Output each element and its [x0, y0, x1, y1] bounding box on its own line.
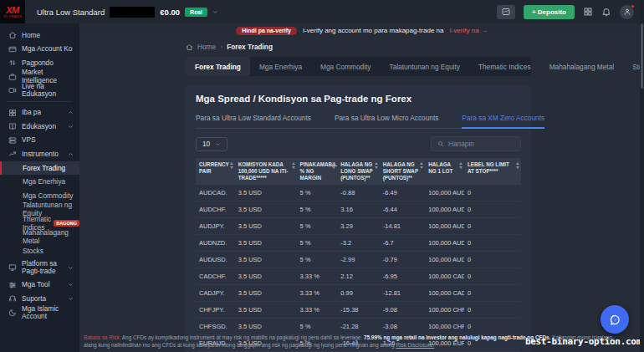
spreads-table: CURRENCY PAIR KOMISYON KADA 100,000 USD … [196, 158, 521, 352]
card-icon [8, 45, 17, 54]
sidebar-item-accounts[interactable]: Mga Account Ko [0, 43, 79, 57]
account-real-badge: Real [185, 8, 207, 17]
header-long-swap[interactable]: HALAGA NG LONG SWAP (PUNTOS)** [337, 158, 380, 185]
sort-icon [292, 162, 295, 169]
chevron-up-icon [68, 151, 74, 157]
header-limit-stop-level[interactable]: LEBEL NG LIMIT AT STOP**** [464, 158, 521, 185]
sidebar-group-instruments[interactable]: Instrumento [0, 147, 79, 161]
table-row: CHFJPY.3.5 USD3.33 %-15.38-9.08100,000 C… [196, 301, 521, 318]
xm-logo[interactable]: XM 15 YEARS [0, 0, 25, 23]
sort-icon [332, 162, 335, 169]
search-input[interactable] [448, 140, 514, 148]
chevron-up-icon [68, 110, 74, 115]
account-type-subtabs: Para sa Ultra Low Standard Accounts Para… [196, 114, 521, 129]
header-lot-value[interactable]: HALAGA NG 1 LOT [425, 158, 464, 185]
top-bar: XM 15 YEARS Ultra Low Standard €0.00 Rea… [0, 0, 644, 23]
chart-window-icon [501, 7, 511, 17]
tab-thematic-indices[interactable]: Thematic Indices [469, 57, 540, 76]
sidebar-item-precious-metals[interactable]: Mahahalagang Metal [0, 230, 79, 244]
bell-icon[interactable] [601, 7, 611, 17]
header-commission[interactable]: KOMISYON KADA 100,000 USD NA ITI-TRADE**… [235, 158, 297, 185]
risk-warning-statistic: 75.99% ng mga retail na investor ang nal… [364, 334, 550, 340]
grid-icon [8, 109, 17, 117]
apps-grid-icon[interactable] [583, 7, 593, 17]
spreads-card: Mga Spread / Kondisyon sa Pag-trade ng F… [186, 85, 531, 352]
sidebar-group-tools[interactable]: Mga Tool [0, 278, 79, 293]
sort-icon [375, 162, 378, 169]
header-margin[interactable]: PINAKAMABA... % NG MARGIN [297, 158, 338, 185]
sidebar: Home Mga Account Ko Pagpondo Market Inte… [0, 23, 79, 352]
subtab-ultra-low-standard[interactable]: Para sa Ultra Low Standard Accounts [196, 114, 311, 128]
crescent-moon-icon [8, 309, 17, 317]
trending-chart-icon [8, 150, 17, 158]
sidebar-item-vps[interactable]: VPS [0, 134, 79, 148]
sidebar-group-trading-platforms[interactable]: Platform sa Pagti-trade [0, 258, 79, 278]
tab-energies[interactable]: Mga Enerhiya [250, 57, 311, 76]
headset-icon [8, 294, 17, 303]
risk-warning-prefix: Babala sa Risk: [84, 334, 120, 340]
table-row: AUDCHF.3.5 USD5 %3.16-6.44100,000 AUD0 [196, 201, 521, 217]
main-area: Home › Forex Trading Forex Trading Mga E… [79, 38, 644, 352]
monitor-icon [8, 263, 17, 272]
home-icon [8, 31, 17, 39]
chevron-down-icon [212, 9, 218, 15]
search-box[interactable] [431, 136, 521, 151]
table-row: AUDNZD.3.5 USD5 %-3.2-6.7100,000 AUD0 [196, 234, 521, 251]
breadcrumb-home[interactable]: Home [197, 43, 216, 51]
sidebar-item-forex-trading[interactable]: Forex Trading [0, 161, 79, 176]
table-row: CADCHF.3.5 USD3.33 %2.12-6.95100,000 CAD… [196, 268, 521, 284]
unverified-badge: Hindi pa na-verify [236, 27, 297, 35]
sidebar-item-islamic-account[interactable]: Mga Islamic Account [0, 306, 79, 320]
sidebar-item-home[interactable]: Home [0, 28, 79, 43]
chevron-down-icon [68, 124, 74, 130]
chat-button[interactable] [601, 305, 629, 334]
header-short-swap[interactable]: HALAGA NG SHORT SWAP (PUNTOS)** [380, 158, 425, 185]
account-type-label: Ultra Low Standard [37, 8, 105, 17]
tools-icon [8, 281, 17, 289]
chevron-down-icon [68, 265, 74, 271]
tab-precious-metals[interactable]: Mahahalagang Metal [540, 57, 624, 76]
sidebar-group-more[interactable]: Iba pa [0, 106, 79, 120]
chevron-right-icon: › [220, 43, 222, 51]
webtrader-button[interactable] [497, 5, 515, 19]
transfer-arrows-icon [8, 59, 17, 67]
sort-icon [420, 162, 423, 169]
chevron-down-icon [68, 282, 74, 288]
chat-bubble-icon [609, 314, 621, 326]
sort-icon [459, 162, 463, 169]
search-icon [437, 140, 444, 147]
sort-icon [516, 162, 519, 169]
header-currency-pair[interactable]: CURRENCY PAIR [196, 158, 235, 185]
account-selector[interactable]: Ultra Low Standard €0.00 Real [37, 7, 218, 18]
table-row: AUDUSD.3.5 USD5 %-2.99-0.79100,000 AUD0 [196, 251, 521, 268]
account-balance: €0.00 [160, 8, 180, 17]
subtab-xm-zero[interactable]: Para sa XM Zero Accounts [462, 114, 544, 129]
notification-dot [631, 4, 635, 8]
briefcase-icon [8, 73, 17, 81]
risk-disclosure-link[interactable]: Risk Disclosure. [396, 342, 434, 348]
sidebar-item-stocks[interactable]: Stocks [0, 244, 79, 258]
tab-commodities[interactable]: Mga Commodity [311, 57, 380, 76]
chevron-down-icon [68, 296, 74, 302]
xm-logo-text: XM [6, 6, 19, 14]
table-row: AUDJPY.3.5 USD5 %3.29-14.81100,000 AUD0 [196, 217, 521, 234]
home-icon [186, 43, 193, 51]
sidebar-group-education[interactable]: Edukasyon [0, 120, 79, 134]
tab-forex-trading[interactable]: Forex Trading [186, 57, 250, 76]
new-badge: BAGONG [54, 220, 79, 227]
scrollbar-thumb[interactable] [641, 23, 643, 89]
sidebar-item-energies[interactable]: Mga Enerhiya [0, 175, 79, 189]
tab-equity-indices[interactable]: Talatuntunan ng Equity [380, 57, 468, 76]
page-size-select[interactable]: 10 [196, 137, 227, 151]
subtab-ultra-low-micro[interactable]: Para sa Ultra Low Micro Accounts [335, 114, 439, 128]
verify-now-link[interactable]: I-verify na → [449, 27, 487, 34]
deposit-button[interactable]: + Deposito [524, 5, 575, 19]
instrument-tabs: Forex Trading Mga Enerhiya Mga Commodity… [186, 57, 531, 76]
table-row: AUDCAD.3.5 USD5 %-0.88-6.49100,000 AUD0 [196, 185, 521, 202]
user-avatar[interactable] [620, 5, 634, 19]
sidebar-item-live-education[interactable]: Live na Edukasyon [0, 84, 79, 98]
book-icon [8, 122, 17, 130]
account-number-redacted [110, 7, 155, 18]
page-scrollbar[interactable] [640, 0, 644, 352]
chevron-down-icon [215, 141, 221, 147]
